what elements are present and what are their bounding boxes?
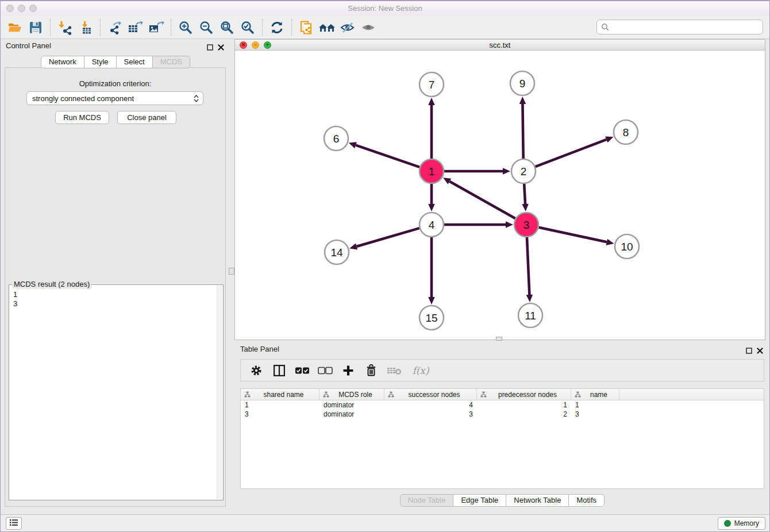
memory-status-icon [724, 520, 731, 527]
column-header-name[interactable]: name [571, 389, 619, 400]
list-icon [9, 518, 18, 529]
result-scrollbar[interactable] [217, 286, 222, 499]
import-table-icon[interactable] [75, 18, 96, 37]
search-input[interactable] [611, 22, 763, 32]
table-row[interactable]: 3dominator323 [241, 410, 764, 419]
tree-icon [575, 391, 581, 398]
close-panel-icon[interactable] [218, 43, 224, 53]
node-label-14: 14 [330, 246, 343, 259]
tab-node-table[interactable]: Node Table [400, 494, 454, 507]
arrowhead-icon [506, 221, 513, 228]
close-table-panel-icon[interactable] [757, 346, 763, 356]
memory-button[interactable]: Memory [718, 517, 765, 530]
window-title: Session: New Session [0, 4, 770, 13]
network-titlebar[interactable]: ✕ − + scc.txt [235, 40, 765, 51]
close-panel-button[interactable]: Close panel [117, 111, 176, 124]
settings-gear-icon[interactable] [247, 361, 266, 380]
column-header-successor-nodes[interactable]: successor nodes [384, 389, 477, 400]
edge-2-9[interactable] [522, 104, 523, 159]
node-label-10: 10 [621, 241, 633, 253]
delete-column-icon[interactable] [361, 361, 381, 380]
hide-eye-icon[interactable] [337, 18, 358, 37]
refresh-icon[interactable] [267, 18, 287, 37]
table-cell: dominator [319, 401, 384, 409]
column-header-MCDS-role[interactable]: MCDS role [319, 389, 384, 400]
network-scrollbar-grip[interactable] [496, 337, 502, 341]
edge-3-1[interactable] [449, 182, 515, 219]
control-panel-title: Control Panel [6, 41, 51, 50]
zoom-in-icon[interactable] [175, 18, 196, 37]
selected-criterion: strongly connected component [27, 94, 190, 103]
toolbar-separator [291, 19, 292, 36]
show-eye-icon[interactable] [358, 18, 379, 37]
mcds-result-list: 13 [10, 286, 222, 499]
optimization-criterion-select[interactable]: strongly connected component [26, 91, 203, 105]
node-label-2: 2 [521, 165, 527, 178]
tab-network-table[interactable]: Network Table [506, 494, 569, 507]
home-icon[interactable] [317, 18, 337, 37]
network-canvas-wrap[interactable]: 7968124314101511 [235, 50, 765, 340]
edge-1-6[interactable] [356, 145, 419, 167]
function-builder-icon[interactable]: f(x) [407, 361, 434, 380]
node-label-1: 1 [429, 165, 435, 178]
export-table-icon[interactable] [125, 18, 146, 37]
tab-motifs[interactable]: Motifs [569, 494, 605, 507]
node-label-3: 3 [523, 219, 530, 231]
tab-mcds[interactable]: MCDS [153, 56, 190, 68]
tab-select[interactable]: Select [117, 56, 153, 68]
node-label-11: 11 [525, 310, 536, 322]
save-session-icon[interactable] [25, 18, 46, 37]
column-header-predecessor-nodes[interactable]: predecessor nodes [477, 389, 571, 400]
table-panel-tabs: Node TableEdge TableNetwork TableMotifs [234, 494, 770, 507]
network-graph[interactable]: 7968124314101511 [235, 50, 765, 340]
control-panel-tabs: NetworkStyleSelectMCDS [0, 56, 231, 68]
duplicate-network-icon[interactable] [296, 18, 317, 37]
edge-4-14[interactable] [357, 228, 419, 246]
main-toolbar [0, 16, 770, 39]
tab-style[interactable]: Style [84, 56, 117, 68]
splitter-grip[interactable] [229, 268, 234, 275]
unselect-all-icon[interactable] [315, 361, 335, 380]
arrowhead-icon [428, 297, 435, 304]
show-columns-icon[interactable] [270, 361, 289, 380]
float-table-panel-icon[interactable] [746, 346, 752, 356]
zoom-out-icon[interactable] [196, 18, 217, 37]
export-image-icon[interactable] [146, 18, 167, 37]
select-all-icon[interactable] [292, 361, 312, 380]
edge-3-11[interactable] [527, 237, 529, 295]
zoom-selected-icon[interactable] [237, 18, 258, 37]
table-cell: 3 [384, 410, 477, 418]
float-panel-icon[interactable] [207, 43, 213, 53]
table-cell: 1 [571, 401, 619, 409]
open-session-icon[interactable] [5, 18, 25, 37]
arrowhead-icon [522, 204, 528, 211]
table-cell: dominator [319, 410, 384, 418]
zoom-fit-icon[interactable] [217, 18, 237, 37]
column-header-shared-name[interactable]: shared name [241, 389, 319, 400]
edge-2-8[interactable] [536, 140, 607, 167]
table-cell: 4 [384, 401, 477, 409]
tree-icon [323, 391, 329, 398]
edge-3-10[interactable] [538, 228, 606, 242]
table-cell: 1 [241, 401, 319, 409]
control-panel: Control Panel NetworkStyleSelectMCDS Opt… [0, 39, 231, 515]
toolbar-separator [171, 19, 171, 36]
tree-icon [244, 391, 251, 398]
node-label-7: 7 [429, 79, 435, 91]
edge-2-3[interactable] [524, 184, 525, 204]
toolbar-separator [50, 19, 51, 36]
tab-network[interactable]: Network [41, 56, 84, 68]
status-bar: Memory [0, 514, 770, 532]
arrowhead-icon [428, 98, 435, 105]
delete-table-icon[interactable] [384, 361, 404, 380]
run-mcds-button[interactable]: Run MCDS [55, 111, 109, 124]
table-panel: Table Panel f(x) shared nameMCDS rol [234, 342, 770, 511]
add-column-icon[interactable] [338, 361, 358, 380]
export-network-icon[interactable] [105, 18, 125, 37]
tab-edge-table[interactable]: Edge Table [453, 494, 506, 507]
search-box[interactable] [596, 20, 763, 34]
import-network-icon[interactable] [55, 18, 75, 37]
node-table[interactable]: shared nameMCDS rolesuccessor nodesprede… [240, 388, 764, 489]
table-row[interactable]: 1dominator411 [241, 400, 764, 410]
task-history-button[interactable] [6, 517, 22, 530]
